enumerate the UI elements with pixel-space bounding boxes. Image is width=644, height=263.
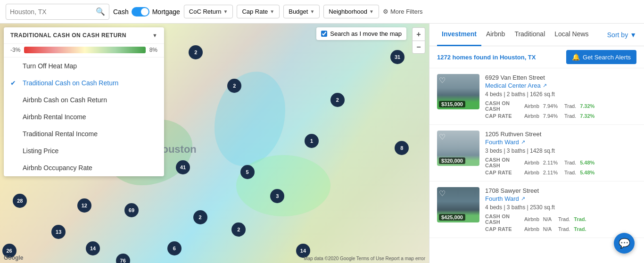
favorite-icon[interactable]: ♡ (439, 76, 446, 85)
map-marker[interactable]: 2 (227, 79, 241, 93)
tab-airbnb[interactable]: Airbnb (481, 24, 510, 46)
map-marker[interactable]: 1 (305, 134, 319, 148)
map-marker[interactable]: 2 (231, 222, 246, 237)
beds-count: 4 (485, 204, 488, 211)
map-marker[interactable]: 5 (240, 165, 255, 179)
results-city: Houston, TX (500, 54, 536, 61)
map-marker[interactable]: 69 (124, 203, 139, 217)
menu-item-airbnb-income[interactable]: Airbnb Rental Income (4, 108, 164, 125)
menu-item-airbnb-coc[interactable]: Airbnb Cash on Cash Return (4, 91, 164, 108)
menu-item-trad-coc[interactable]: ✔ Traditional Cash on Cash Return (4, 74, 164, 91)
coc-return-filter[interactable]: CoC Return ▼ (184, 5, 233, 18)
neighborhood-label: Neighborhood (329, 8, 367, 15)
budget-filter[interactable]: Budget ▼ (283, 5, 320, 18)
airbnb-cap-value: 7.94% (543, 113, 558, 119)
alert-btn-label: Get Search Alerts (583, 54, 631, 61)
map-marker[interactable]: 31 (390, 50, 405, 64)
chevron-down-icon: ▼ (152, 33, 157, 38)
right-panel: Investment Airbnb Traditional Local News… (429, 24, 644, 263)
heatmap-title: TRADITIONAL CASH ON CASH RETURN (10, 32, 126, 39)
listing-area[interactable]: Fourth Ward ↗ (485, 195, 636, 202)
neighborhood-filter[interactable]: Neighborhood ▼ (323, 5, 379, 18)
map-marker[interactable]: 2 (330, 93, 345, 107)
google-logo: Google (4, 255, 23, 261)
gradient-strip (24, 47, 145, 53)
map-marker[interactable]: 12 (77, 198, 91, 213)
listing-price-badge: $320,000 (439, 157, 465, 164)
chat-icon: 💬 (619, 238, 630, 249)
map-background: 22 2 2 2 31 1 22 5 3 41 28 12 13 14 69 2… (0, 24, 429, 263)
chat-button[interactable]: 💬 (614, 233, 635, 254)
tab-traditional[interactable]: Traditional (510, 24, 550, 46)
map-marker[interactable]: 3 (270, 189, 284, 203)
favorite-icon[interactable]: ♡ (439, 189, 446, 198)
listing-card[interactable]: ♡ $425,000 1708 Sawyer Street Fourth War… (429, 181, 644, 238)
search-move-label: Search as I move the map (330, 30, 402, 37)
external-link-icon: ↗ (521, 139, 525, 145)
listing-specs: 4 beds | 3 baths | 2530 sq.ft (485, 204, 636, 211)
cap-rate-filter[interactable]: Cap Rate ▼ (237, 5, 280, 18)
filter-icon: ⚙ (383, 8, 388, 15)
listing-thumbnail: ♡ $320,000 (437, 131, 479, 166)
more-filters-btn[interactable]: ⚙ More Filters (383, 8, 423, 15)
cash-mortgage-toggle[interactable] (132, 7, 149, 16)
baths-count: 3 (507, 204, 510, 211)
area-label: Medical Center Area (485, 82, 541, 89)
map-marker[interactable]: 28 (13, 194, 27, 208)
heatmap-dropdown[interactable]: TRADITIONAL CASH ON CASH RETURN ▼ -3% 8%… (4, 27, 164, 176)
sort-by-label: Sort by (607, 31, 628, 39)
listing-thumbnail: ♡ $425,000 (437, 187, 479, 222)
zoom-in-button[interactable]: + (412, 27, 425, 41)
results-count: 1272 homes found in Houston, TX (437, 54, 536, 61)
sqft-value: 1626 (530, 91, 543, 98)
trad-coc-value: 5.48% (580, 160, 594, 165)
search-input[interactable]: Houston, TX (10, 8, 93, 16)
gradient-bar: -3% 8% (4, 44, 164, 57)
tab-local-news[interactable]: Local News (550, 24, 593, 46)
map-marker[interactable]: 76 (116, 254, 130, 263)
map-marker[interactable]: 2 (193, 210, 207, 224)
favorite-icon[interactable]: ♡ (439, 132, 446, 141)
menu-item-listing-price[interactable]: Listing Price (4, 142, 164, 159)
search-box[interactable]: Houston, TX 🔍 (6, 4, 109, 20)
map-zoom-controls: + − (412, 27, 425, 54)
map-marker[interactable]: 41 (176, 160, 190, 174)
map-marker[interactable]: 8 (395, 141, 409, 155)
results-header: 1272 homes found in Houston, TX 🔔 Get Se… (429, 46, 644, 68)
external-link-icon: ↗ (521, 196, 525, 202)
listing-card[interactable]: ♡ $315,000 6929 Van Etten Street Medical… (429, 68, 644, 125)
menu-item-turn-off[interactable]: Turn Off Heat Map (4, 58, 164, 74)
listings-container: ♡ $315,000 6929 Van Etten Street Medical… (429, 68, 644, 263)
get-search-alerts-button[interactable]: 🔔 Get Search Alerts (566, 50, 636, 64)
metric-label: CASH ON CASH (485, 100, 520, 112)
metric-label: CAP RATE (485, 226, 520, 232)
map-marker[interactable]: 13 (51, 225, 66, 239)
search-as-move-control[interactable]: Search as I move the map (316, 27, 406, 40)
map-area[interactable]: 22 2 2 2 31 1 22 5 3 41 28 12 13 14 69 2… (0, 24, 429, 263)
tab-investment[interactable]: Investment (437, 24, 481, 46)
zoom-out-button[interactable]: − (412, 41, 425, 54)
listing-card[interactable]: ♡ $320,000 1205 Ruthven Street Fourth Wa… (429, 125, 644, 181)
beds-count: 3 (485, 148, 488, 154)
listing-area[interactable]: Medical Center Area ↗ (485, 82, 636, 89)
checkmark-icon: ✔ (10, 79, 18, 87)
chevron-down-icon: ▼ (630, 31, 636, 39)
map-marker[interactable]: 6 (167, 241, 182, 255)
menu-item-trad-income[interactable]: Traditional Rental Income (4, 125, 164, 142)
search-icon: 🔍 (96, 7, 105, 16)
menu-item-airbnb-occ[interactable]: Airbnb Occupancy Rate (4, 159, 164, 176)
mortgage-label: Mortgage (152, 8, 180, 16)
sort-by-button[interactable]: Sort by ▼ (607, 31, 636, 39)
cap-rate-row: CAP RATE Airbnb 2.11% Trad. 5.48% (485, 170, 636, 175)
heatmap-dropdown-header[interactable]: TRADITIONAL CASH ON CASH RETURN ▼ (4, 27, 164, 44)
heat-region-4 (236, 155, 330, 216)
listing-area[interactable]: Fourth Ward ↗ (485, 139, 636, 146)
map-marker[interactable]: 2 (189, 45, 203, 59)
search-move-checkbox[interactable] (321, 31, 327, 37)
cash-on-cash-row: CASH ON CASH Airbnb 2.11% Trad. 5.48% (485, 157, 636, 168)
listing-details: 1205 Ruthven Street Fourth Ward ↗ 3 beds… (485, 131, 636, 175)
chevron-down-icon: ▼ (223, 9, 228, 14)
map-attribution: Map data ©2020 Google Terms of Use Repor… (304, 256, 425, 261)
map-marker[interactable]: 14 (86, 241, 100, 255)
sqft-value: 1428 (530, 148, 543, 154)
